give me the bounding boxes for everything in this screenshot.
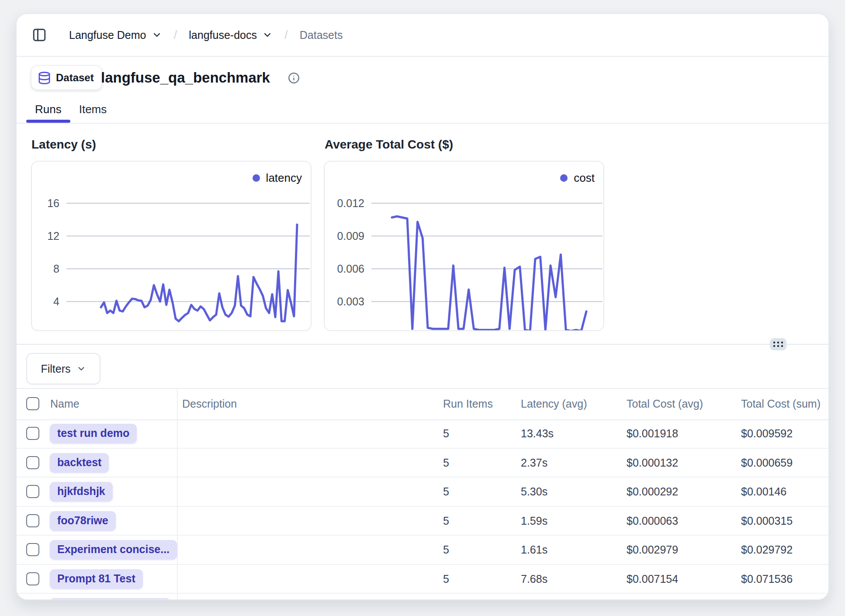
cost-line-chart: 0.0120.0090.0060.003: [325, 162, 604, 331]
database-icon: [38, 71, 51, 85]
row-checkbox[interactable]: [26, 456, 39, 469]
latency-line-chart: 161284: [32, 162, 312, 331]
latency-chart-title: Latency (s): [31, 138, 96, 152]
table-row[interactable]: foo78riwe51.59s$0.000063$0.000315: [17, 507, 828, 536]
breadcrumb-org[interactable]: Langfuse Demo: [69, 29, 162, 42]
table-row[interactable]: Prompt 81 Test57.68s$0.007154$0.071536: [17, 565, 828, 594]
column-header-total-cost-avg: Total Cost (avg): [627, 398, 703, 410]
breadcrumb-separator: /: [174, 28, 177, 42]
legend-dot-icon: [560, 174, 568, 182]
run-name-badge[interactable]: Prompt 81 Test: [50, 569, 143, 588]
latency-avg-cell: 7.68s: [521, 572, 547, 585]
run-items-cell: 5: [443, 485, 449, 498]
table-body: test run demo513.43s$0.001918$0.009592ba…: [17, 419, 828, 600]
y-axis-tick-label: 0.003: [337, 295, 364, 308]
total-cost-avg-cell: $0.000132: [627, 456, 678, 469]
breadcrumb-separator: /: [284, 28, 288, 42]
tab-bar: RunsItems: [26, 97, 115, 123]
total-cost-sum-cell: $0.009592: [741, 427, 793, 440]
legend-label: cost: [574, 171, 595, 185]
column-header-description: Description: [182, 398, 237, 410]
run-items-cell: 5: [443, 572, 449, 585]
page-title: langfuse_qa_benchmark: [101, 69, 270, 86]
column-header-run-items: Run Items: [443, 398, 493, 410]
filters-button-label: Filters: [41, 363, 70, 375]
run-name-badge[interactable]: test run demo: [50, 424, 137, 443]
cost-chart-card: 0.0120.0090.0060.003 cost: [324, 161, 604, 331]
total-cost-avg-cell: $0.001918: [627, 427, 678, 440]
table-row-partial[interactable]: [17, 594, 828, 600]
latency-series-line: [101, 225, 297, 321]
run-items-cell: 5: [443, 543, 449, 556]
select-all-checkbox[interactable]: [26, 397, 39, 410]
row-checkbox[interactable]: [26, 485, 39, 498]
y-axis-tick-label: 8: [53, 263, 59, 275]
table-row[interactable]: hjkfdshjk55.30s$0.000292$0.00146: [17, 478, 828, 507]
y-axis-tick-label: 0.006: [337, 263, 364, 275]
legend-label: latency: [266, 171, 302, 185]
breadcrumb-project-label: langfuse-docs: [189, 29, 257, 42]
row-checkbox[interactable]: [26, 427, 39, 440]
column-header-latency-avg: Latency (avg): [521, 398, 587, 410]
latency-avg-cell: 5.30s: [521, 485, 547, 498]
breadcrumb-bar: Langfuse Demo / langfuse-docs / Datasets: [17, 14, 828, 56]
filters-button[interactable]: Filters: [26, 353, 100, 384]
latency-avg-cell: 13.43s: [521, 427, 554, 440]
cost-chart-legend: cost: [560, 171, 595, 185]
run-name-badge[interactable]: backtest: [50, 453, 109, 472]
info-icon[interactable]: [288, 72, 300, 84]
chevron-down-icon: [76, 364, 86, 374]
cost-series-line: [392, 216, 586, 331]
row-checkbox[interactable]: [26, 514, 39, 527]
drag-handle[interactable]: [770, 338, 786, 350]
dataset-type-badge: Dataset: [31, 66, 102, 90]
latency-avg-cell: 2.37s: [521, 456, 547, 469]
total-cost-avg-cell: $0.000292: [627, 485, 678, 498]
breadcrumb-section-label: Datasets: [300, 29, 343, 42]
y-axis-tick-label: 12: [47, 230, 59, 242]
tab-runs[interactable]: Runs: [26, 97, 70, 123]
run-name-badge[interactable]: Experiment concise...: [50, 540, 177, 559]
table-header: Name Description Run Items Latency (avg)…: [17, 388, 828, 419]
chevron-down-icon: [152, 30, 162, 40]
total-cost-sum-cell: $0.00146: [741, 485, 786, 498]
breadcrumb-project[interactable]: langfuse-docs: [189, 29, 273, 42]
latency-chart-card: 161284 latency: [31, 161, 312, 331]
total-cost-avg-cell: $0.002979: [627, 543, 678, 556]
legend-dot-icon: [253, 174, 260, 182]
row-checkbox[interactable]: [26, 572, 39, 585]
run-items-cell: 5: [443, 514, 449, 527]
panel-left-icon: [32, 28, 47, 42]
y-axis-tick-label: 0.009: [337, 230, 364, 242]
y-axis-tick-label: 4: [53, 295, 59, 308]
total-cost-sum-cell: $0.071536: [741, 572, 793, 585]
table-row[interactable]: backtest52.37s$0.000132$0.000659: [17, 449, 828, 478]
chevron-down-icon: [262, 30, 273, 40]
divider: [17, 123, 828, 124]
drag-handle-icon: [772, 340, 784, 348]
latency-chart-legend: latency: [253, 171, 302, 185]
total-cost-avg-cell: $0.007154: [627, 572, 678, 585]
table-row[interactable]: test run demo513.43s$0.001918$0.009592: [17, 419, 828, 449]
column-header-total-cost-sum: Total Cost (sum): [741, 398, 821, 410]
run-name-badge[interactable]: hjkfdshjk: [50, 482, 113, 501]
run-name-badge[interactable]: [50, 598, 170, 600]
breadcrumb-org-label: Langfuse Demo: [69, 29, 146, 42]
main-panel: Langfuse Demo / langfuse-docs / Datasets…: [16, 13, 829, 600]
section-resize-divider[interactable]: [17, 344, 828, 345]
tab-items[interactable]: Items: [70, 97, 116, 123]
sidebar-toggle-button[interactable]: [31, 27, 47, 43]
dataset-badge-label: Dataset: [56, 72, 94, 84]
cost-chart-title: Average Total Cost ($): [325, 138, 453, 152]
table-row[interactable]: Experiment concise...51.61s$0.002979$0.0…: [17, 536, 828, 565]
y-axis-tick-label: 0.012: [337, 197, 364, 209]
column-header-name: Name: [50, 398, 80, 410]
total-cost-sum-cell: $0.000659: [741, 456, 793, 469]
total-cost-sum-cell: $0.000315: [741, 514, 793, 527]
breadcrumb-section: Datasets: [300, 29, 343, 42]
latency-avg-cell: 1.61s: [521, 543, 547, 556]
run-name-badge[interactable]: foo78riwe: [50, 511, 116, 530]
run-items-cell: 5: [443, 427, 449, 440]
row-checkbox[interactable]: [26, 543, 39, 556]
run-items-cell: 5: [443, 456, 449, 469]
